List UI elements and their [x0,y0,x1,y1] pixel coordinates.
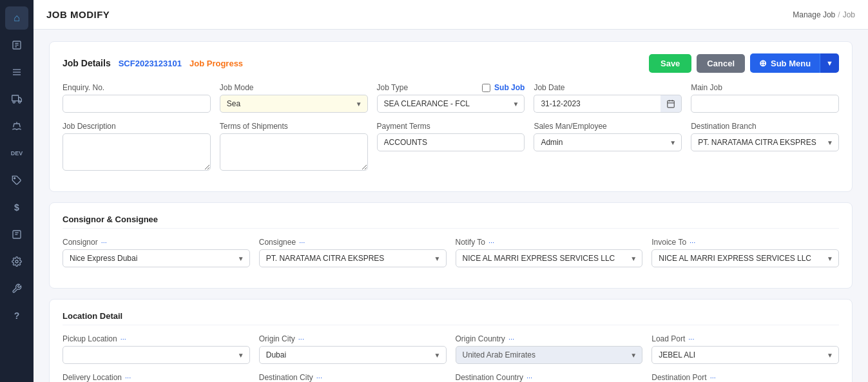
consignor-section-title: Consignor & Consignee [63,215,839,229]
destination-city-label: Destination City ··· [259,373,447,382]
destination-branch-select[interactable]: PT. NARATAMA CITRA EKSPRES [691,133,839,151]
origin-country-field: Origin Country ··· United Arab Emirates … [456,334,643,364]
form-header: Job Details SCF2023123101 Job Progress S… [63,53,839,73]
job-row-2: Job Description Terms of Shipments Payme… [63,122,839,171]
sales-man-label: Sales Man/Employee [534,122,682,131]
svg-point-9 [19,101,21,103]
job-mode-select[interactable]: Sea Air Land [220,95,368,113]
main-job-input[interactable] [691,95,839,113]
sidebar-icon-settings[interactable] [5,250,28,273]
invoice-to-field: Invoice To ··· NICE AL MARRI EXPRESS SER… [651,238,839,267]
destination-branch-select-wrap: PT. NARATAMA CITRA EKSPRES ▼ [691,133,839,151]
sidebar-icon-truck[interactable] [5,88,28,111]
job-progress-badge[interactable]: Job Progress [189,59,243,68]
delivery-dots[interactable]: ··· [125,374,131,381]
invoice-to-dots[interactable]: ··· [690,238,695,246]
consignor-select-wrap: Nice Express Dubai ▼ [63,249,250,267]
load-port-select-wrap: JEBEL ALI ▼ [651,346,839,364]
payment-terms-label: Payment Terms [377,122,525,131]
destination-country-dots[interactable]: ··· [526,374,532,381]
page-title: JOB MODIFY [46,9,110,20]
consignee-field: Consignee ··· PT. NARATAMA CITRA EKSPRES… [259,238,447,267]
job-date-wrap [534,95,682,113]
job-mode-label: Job Mode [220,83,368,92]
sidebar-icon-tools[interactable] [5,277,28,300]
pickup-location-select-wrap: ▼ [63,346,250,364]
svg-point-10 [14,178,15,179]
notify-to-field: Notify To ··· NICE AL MARRI EXPRESS SERV… [456,238,643,267]
enquiry-no-input[interactable] [63,95,211,113]
sidebar-icon-document[interactable] [5,33,28,57]
sidebar-icon-list[interactable] [5,61,28,84]
sidebar-icon-ship[interactable] [5,115,28,138]
invoice-to-select[interactable]: NICE AL MARRI EXPRESS SERVICES LLC [651,249,839,267]
submenu-caret-button[interactable]: ▼ [820,53,839,73]
consignor-select[interactable]: Nice Express Dubai [63,249,250,267]
job-details-title: Job Details [63,58,111,68]
invoice-to-select-wrap: NICE AL MARRI EXPRESS SERVICES LLC ▼ [651,249,839,267]
sidebar-icon-puzzle[interactable] [5,169,28,192]
load-port-dots[interactable]: ··· [688,335,694,343]
sidebar-icon-home[interactable]: ⌂ [5,6,28,30]
job-type-select[interactable]: SEA CLEARANCE - FCL SEA CLEARANCE - LCL [377,95,525,113]
sales-man-select[interactable]: Admin [534,133,682,151]
main-job-label: Main Job [691,83,839,92]
terms-of-shipments-textarea[interactable] [220,133,368,171]
sales-man-select-wrap: Admin ▼ [534,133,682,151]
sidebar-icon-help[interactable]: ? [5,304,28,327]
sidebar-icon-dollar[interactable]: $ [5,196,28,219]
content-area: Job Details SCF2023123101 Job Progress S… [34,30,868,382]
destination-port-dots[interactable]: ··· [710,374,716,381]
consignor-dots[interactable]: ··· [101,238,107,246]
origin-country-select[interactable]: United Arab Emirates [456,346,643,364]
consignor-field: Consignor ··· Nice Express Dubai ▼ [63,238,250,267]
job-date-field: Job Date [534,83,682,113]
notify-to-dots[interactable]: ··· [488,238,494,246]
delivery-location-label: Delivery Location ··· [63,373,250,382]
sidebar-icon-report[interactable] [5,223,28,246]
terms-of-shipments-field: Terms of Shipments [220,122,368,171]
load-port-select[interactable]: JEBEL ALI [651,346,839,364]
consignee-dots[interactable]: ··· [299,238,305,246]
svg-rect-15 [668,100,675,108]
origin-city-dots[interactable]: ··· [298,335,304,343]
origin-country-dots[interactable]: ··· [508,335,514,343]
notify-to-select-wrap: NICE AL MARRI EXPRESS SERVICES LLC ▼ [456,249,643,267]
origin-city-select[interactable]: Dubai [259,346,447,364]
job-date-input[interactable] [534,95,661,113]
destination-branch-label: Destination Branch [691,122,839,131]
save-button[interactable]: Save [649,54,691,73]
location-detail-section: Location Detail Pickup Location ··· ▼ [49,299,853,382]
payment-terms-input[interactable] [377,133,525,151]
breadcrumb-separator: / [838,10,840,19]
pickup-location-label: Pickup Location ··· [63,334,250,343]
destination-port-label: Destination Port ··· [651,373,839,382]
enquiry-no-label: Enquiry. No. [63,83,211,92]
sub-job-checkbox[interactable] [482,84,490,92]
job-date-calendar-button[interactable] [661,95,682,113]
job-type-field: Job Type Sub Job SEA CLEARANCE - FCL SEA… [377,83,525,113]
sidebar-icon-dev[interactable]: DEV [5,142,28,165]
breadcrumb: Manage Job / Job [793,10,855,19]
job-type-label: Job Type Sub Job [377,83,525,92]
consignor-label: Consignor ··· [63,238,250,247]
job-row-1: Enquiry. No. Job Mode Sea Air Land ▼ [63,83,839,113]
svg-point-14 [15,260,18,263]
pickup-dots[interactable]: ··· [121,335,126,343]
topbar: JOB MODIFY Manage Job / Job [34,0,868,30]
job-description-field: Job Description [63,122,211,171]
destination-country-label: Destination Country ··· [456,373,643,382]
pickup-location-field: Pickup Location ··· ▼ [63,334,250,364]
svg-point-8 [13,101,15,103]
header-buttons: Save Cancel ⊕ Sub Menu ▼ [649,53,839,73]
job-description-textarea[interactable] [63,133,211,171]
pickup-location-select[interactable] [63,346,250,364]
consignee-select[interactable]: PT. NARATAMA CITRA EKSPRES [259,249,447,267]
sales-man-field: Sales Man/Employee Admin ▼ [534,122,682,171]
destination-city-dots[interactable]: ··· [316,374,322,381]
breadcrumb-manage-job[interactable]: Manage Job [793,10,835,19]
origin-country-label: Origin Country ··· [456,334,643,343]
cancel-button[interactable]: Cancel [697,54,745,73]
submenu-main-button[interactable]: ⊕ Sub Menu [750,53,820,73]
notify-to-select[interactable]: NICE AL MARRI EXPRESS SERVICES LLC [456,249,643,267]
